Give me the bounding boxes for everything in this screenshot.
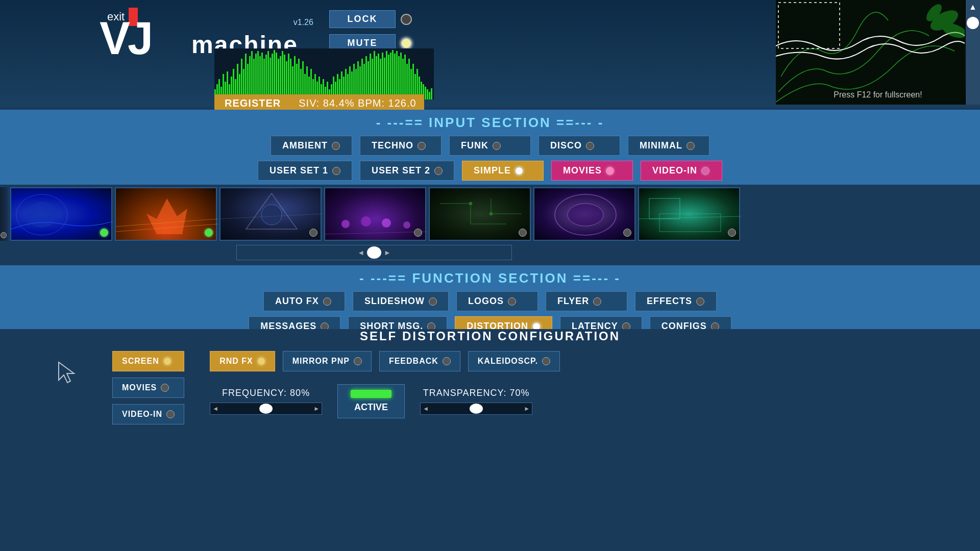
slideshow-button[interactable]: SLIDESHOW [353, 291, 449, 311]
svg-rect-90 [396, 51, 398, 99]
svg-rect-76 [368, 61, 369, 99]
svg-rect-20 [253, 59, 255, 99]
techno-indicator [418, 142, 426, 150]
movie-item-1[interactable] [10, 187, 112, 241]
ambient-button[interactable]: AMBIENT [271, 136, 352, 156]
scrubber-left-arrow: ◄ [357, 248, 364, 257]
scrubber-right-arrow: ► [384, 248, 391, 257]
svg-rect-94 [404, 55, 406, 99]
auto-fx-indicator [323, 297, 331, 306]
svg-point-131 [489, 212, 493, 215]
svg-rect-81 [378, 54, 379, 99]
svg-point-130 [469, 202, 472, 205]
movie-item-7[interactable] [638, 187, 740, 241]
movie-item-6[interactable] [533, 187, 635, 241]
auto-fx-button[interactable]: AUTO FX [263, 291, 345, 311]
trans-handle[interactable] [470, 404, 483, 414]
svg-rect-31 [276, 53, 277, 99]
logos-button[interactable]: LOGOS [456, 291, 538, 311]
svg-point-123 [403, 221, 410, 229]
preview-area: Press F12 for fullscreen! [776, 0, 980, 105]
lock-button[interactable]: LOCK [329, 10, 396, 28]
movie-item-5[interactable] [429, 187, 531, 241]
movie-item-3[interactable] [219, 187, 322, 241]
dist-video-in-button[interactable]: VIDEO-IN [112, 404, 184, 424]
thumb-2-indicator [205, 229, 213, 237]
freq-right-arrow: ► [313, 405, 320, 412]
dist-screen-button[interactable]: SCREEN [112, 351, 184, 371]
freq-left-arrow: ◄ [212, 405, 218, 412]
techno-button[interactable]: TECHNO [360, 136, 442, 156]
version-label: v1.26 [293, 18, 313, 27]
svg-rect-104 [425, 87, 426, 99]
transparency-slider[interactable]: ◄ ► [420, 403, 532, 415]
screen-indicator [163, 357, 172, 365]
svg-point-120 [341, 220, 350, 228]
thumb-6-art [534, 188, 636, 242]
mirror-pnp-button[interactable]: MIRROR PNP [283, 351, 372, 371]
rnd-fx-button[interactable]: RND FX [210, 351, 275, 371]
distortion-left-buttons: SCREEN MOVIES VIDEO-IN [112, 351, 184, 424]
svg-rect-96 [408, 59, 410, 99]
distortion-config-title: SELF DISTORTION CONFIGURATION [0, 329, 980, 343]
minimal-button[interactable]: MINIMAL [628, 136, 709, 156]
svg-rect-77 [370, 54, 371, 99]
distortion-top-row: RND FX MIRROR PNP FEEDBACK KALEIDOSCP. [210, 351, 868, 371]
effects-button[interactable]: EFFECTS [635, 291, 717, 311]
svg-rect-40 [294, 56, 296, 99]
svg-rect-105 [427, 89, 428, 99]
movie-thumb-3 [219, 187, 322, 241]
frequency-block: FREQUENCY: 80% ◄ ► [210, 388, 322, 415]
ambient-indicator [332, 142, 340, 150]
active-button[interactable]: ACTIVE [337, 384, 405, 418]
vj-text: VJ [100, 15, 151, 61]
feedback-button[interactable]: FEEDBACK [379, 351, 460, 371]
flyer-indicator [593, 297, 601, 306]
svg-rect-28 [270, 58, 271, 99]
svg-rect-91 [398, 56, 400, 99]
disco-button[interactable]: DISCO [538, 136, 620, 156]
flyer-button[interactable]: FLYER [546, 291, 627, 311]
transparency-block: TRANSPARENCY: 70% ◄ ► [420, 388, 532, 415]
svg-rect-34 [282, 51, 283, 99]
input-row-2: USER SET 1 USER SET 2 SIMPLE MOVIES VIDE… [0, 161, 980, 181]
svg-rect-29 [272, 54, 273, 99]
user-set-2-indicator [434, 167, 443, 175]
svg-rect-14 [241, 59, 242, 99]
svg-rect-75 [365, 56, 367, 99]
frequency-label: FREQUENCY: 80% [222, 388, 310, 398]
kaleidoscp-button[interactable]: KALEIDOSCP. [468, 351, 560, 371]
movie-item-4[interactable] [324, 187, 426, 241]
scrubber-handle[interactable] [367, 246, 381, 259]
funk-button[interactable]: FUNK [449, 136, 531, 156]
svg-rect-44 [302, 61, 304, 99]
video-in-button[interactable]: VIDEO-IN [641, 161, 722, 181]
simple-button[interactable]: SIMPLE [462, 161, 544, 181]
function-row-1: AUTO FX SLIDESHOW LOGOS FLYER EFFECTS [0, 291, 980, 311]
svg-point-121 [361, 216, 371, 227]
frequency-slider[interactable]: ◄ ► [210, 403, 322, 415]
scroll-thumb[interactable] [967, 17, 979, 29]
freq-handle[interactable] [259, 404, 273, 414]
scrubber-bar[interactable]: ◄ ► [236, 245, 512, 260]
movie-thumb-6 [533, 187, 635, 241]
scroll-up-arrow[interactable]: ▲ [969, 3, 977, 12]
svg-point-114 [27, 202, 57, 228]
svg-rect-27 [267, 51, 269, 99]
movie-item-2[interactable] [115, 187, 217, 241]
thumb-4-indicator [414, 229, 422, 237]
lock-row: LOCK [329, 10, 412, 28]
lock-indicator [401, 14, 412, 25]
cursor-svg [56, 360, 79, 385]
user-set-1-button[interactable]: USER SET 1 [258, 161, 352, 181]
svg-rect-88 [392, 50, 394, 99]
movie-thumb-1 [10, 187, 112, 241]
dist-movies-button[interactable]: MOVIES [112, 378, 184, 398]
scroll-indicator[interactable]: ▲ [966, 0, 980, 105]
svg-rect-38 [290, 59, 291, 99]
movie-item-partial[interactable] [0, 187, 8, 241]
movies-button[interactable]: MOVIES [551, 161, 633, 181]
svg-rect-89 [394, 54, 396, 99]
trans-left-arrow: ◄ [423, 405, 429, 412]
user-set-2-button[interactable]: USER SET 2 [360, 161, 454, 181]
